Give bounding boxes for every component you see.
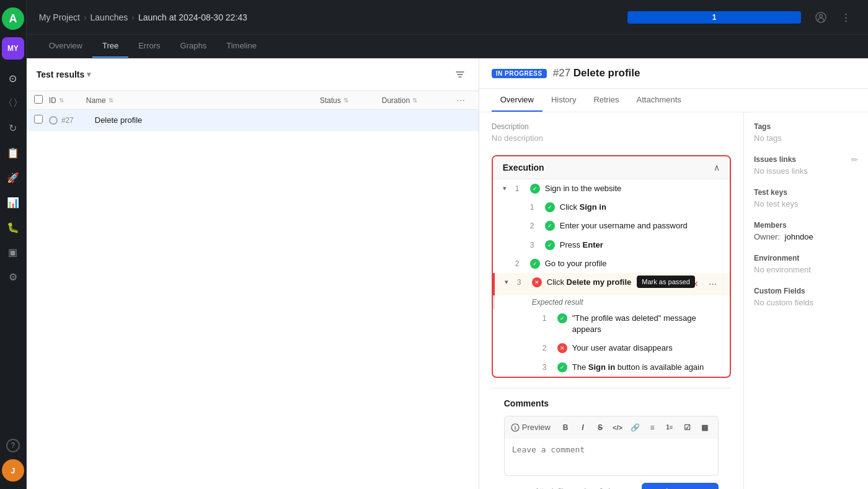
step-num: 1 xyxy=(530,203,540,212)
step-num: 2 xyxy=(542,344,552,352)
breadcrumb-launches[interactable]: Launches xyxy=(91,12,128,22)
tab-overview[interactable]: Overview xyxy=(39,35,92,58)
progress-label: 1 xyxy=(712,13,717,22)
step1-1-text: Click Sign in xyxy=(560,202,720,213)
tab-graphs[interactable]: Graphs xyxy=(170,35,217,58)
topbar-actions: ⋮ xyxy=(811,7,856,27)
exec-step-3: ▾ 3 ✕ Click Delete my profile Mark as pa… xyxy=(493,273,730,295)
right-tab-overview[interactable]: Overview xyxy=(492,89,542,112)
tab-timeline[interactable]: Timeline xyxy=(216,35,267,58)
test-results-title[interactable]: Test results ▾ xyxy=(37,70,91,79)
breadcrumb-project[interactable]: My Project xyxy=(39,12,80,22)
environment-section: Environment No environment xyxy=(754,254,858,274)
bug-icon[interactable]: 🐛 xyxy=(2,216,24,238)
exec-step-3-1: ▾ 1 ✓ "The profile was deleted" message … xyxy=(493,309,730,339)
breadcrumb-sep2: › xyxy=(131,12,135,22)
workspace-avatar[interactable]: MY xyxy=(2,37,24,60)
chart-icon[interactable]: 📊 xyxy=(2,191,24,213)
comment-input[interactable] xyxy=(504,439,719,476)
issues-label: Issues links ✏ xyxy=(754,155,858,164)
sort-duration-icon: ⇅ xyxy=(412,97,417,104)
table-row[interactable]: #27 Delete profile xyxy=(27,110,479,131)
tab-errors[interactable]: Errors xyxy=(128,35,170,58)
step-num: 2 xyxy=(515,259,525,268)
exec-step-1-1: ▾ 1 ✓ Click Sign in xyxy=(493,198,730,217)
environment-label: Environment xyxy=(754,254,858,262)
sort-status-icon: ⇅ xyxy=(343,97,348,104)
code-icon[interactable]: 〈〉 xyxy=(2,92,24,114)
tags-value: No tags xyxy=(754,133,858,143)
user-circle-icon[interactable] xyxy=(811,7,831,27)
strikethrough-button[interactable]: S xyxy=(593,420,608,435)
topbar: My Project › Launches › Launch at 2024-0… xyxy=(27,0,868,35)
code-button[interactable]: </> xyxy=(610,420,625,435)
breadcrumb-sep1: › xyxy=(84,12,87,22)
chevron-down-icon: ▾ xyxy=(87,70,91,79)
right-tab-attachments[interactable]: Attachments xyxy=(628,89,690,112)
box-icon[interactable]: ▣ xyxy=(2,241,24,263)
collapse-icon[interactable]: ∧ xyxy=(714,163,720,173)
test-keys-value: No test keys xyxy=(754,199,858,209)
col-duration[interactable]: Duration ⇅ xyxy=(382,96,456,105)
select-all-checkbox[interactable] xyxy=(34,95,49,105)
expand-step1-icon[interactable]: ▾ xyxy=(503,184,513,192)
tab-tree[interactable]: Tree xyxy=(92,35,128,58)
preview-label[interactable]: Preview xyxy=(511,423,551,432)
members-label: Members xyxy=(754,221,858,230)
step-more-button[interactable]: ⋯ xyxy=(705,277,720,292)
test-keys-section: Test keys No test keys xyxy=(754,188,858,209)
italic-button[interactable]: I xyxy=(575,420,590,435)
row-status-indicator xyxy=(49,116,58,125)
svg-point-1 xyxy=(820,14,823,17)
description-label: Description xyxy=(492,122,731,131)
right-tab-history[interactable]: History xyxy=(542,89,585,112)
right-tab-retries[interactable]: Retries xyxy=(585,89,627,112)
comments-title: Comments xyxy=(504,398,719,408)
col-name[interactable]: Name ⇅ xyxy=(86,96,320,105)
panel-title: #27 Delete profile xyxy=(553,67,640,79)
members-section: Members Owner: johndoe xyxy=(754,221,858,241)
expand-step3-icon[interactable]: ▾ xyxy=(505,278,515,286)
refresh-icon[interactable]: ↻ xyxy=(2,117,24,139)
right-main: Description No description Execution ∧ ▾… xyxy=(479,112,744,489)
header-checkbox[interactable] xyxy=(34,95,43,104)
bold-button[interactable]: B xyxy=(558,420,573,435)
help-icon[interactable]: ? xyxy=(2,434,24,457)
table-button[interactable]: ▦ xyxy=(697,420,712,435)
step1-3-text: Press Enter xyxy=(560,240,720,251)
comments-section: Comments Preview B I S </> 🔗 ≡ xyxy=(492,388,731,489)
col-more[interactable]: ⋯ xyxy=(456,96,471,105)
breadcrumb: My Project › Launches › Launch at 2024-0… xyxy=(39,12,247,22)
step1-pass-icon: ✓ xyxy=(530,184,540,194)
exec-step-1: ▾ 1 ✓ Sign in to the website xyxy=(493,179,730,198)
issues-section: Issues links ✏ No issues links xyxy=(754,155,858,176)
filter-icon[interactable] xyxy=(451,66,469,83)
progress-bar: 1 xyxy=(627,11,801,24)
col-id[interactable]: ID ⇅ xyxy=(49,96,86,105)
more-options-icon[interactable]: ⋮ xyxy=(836,7,856,27)
step3-1-pass-icon: ✓ xyxy=(557,313,567,323)
rocket-icon[interactable]: 🚀 xyxy=(2,166,24,189)
edit-issues-button[interactable]: ✏ xyxy=(851,155,858,164)
test-number: #27 xyxy=(553,67,570,79)
link-button[interactable]: 🔗 xyxy=(627,420,642,435)
unordered-list-button[interactable]: ≡ xyxy=(645,420,660,435)
step2-pass-icon: ✓ xyxy=(530,259,540,269)
step1-2-text: Enter your username and password xyxy=(560,220,720,231)
row-id: #27 xyxy=(61,116,95,125)
app-logo[interactable]: A xyxy=(2,7,24,30)
checklist-button[interactable]: ☑ xyxy=(680,420,694,435)
settings-icon[interactable]: ⚙ xyxy=(2,266,24,288)
step-num: 3 xyxy=(542,363,552,372)
step3-1-text: "The profile was deleted" message appear… xyxy=(572,313,720,335)
col-status[interactable]: Status ⇅ xyxy=(320,96,382,105)
row-checkbox[interactable] xyxy=(34,115,49,125)
exec-step-1-2: ▾ 2 ✓ Enter your username and password xyxy=(493,217,730,235)
clipboard-icon[interactable]: 📋 xyxy=(2,141,24,164)
mark-as-passed-tooltip: Mark as passed xyxy=(637,276,695,288)
user-avatar[interactable]: J xyxy=(2,459,24,482)
row-name: Delete profile xyxy=(95,115,471,125)
dashboard-icon[interactable]: ⊙ xyxy=(2,67,24,89)
leave-comment-button[interactable]: Leave a comment xyxy=(642,483,719,489)
ordered-list-button[interactable]: 1≡ xyxy=(662,420,677,435)
